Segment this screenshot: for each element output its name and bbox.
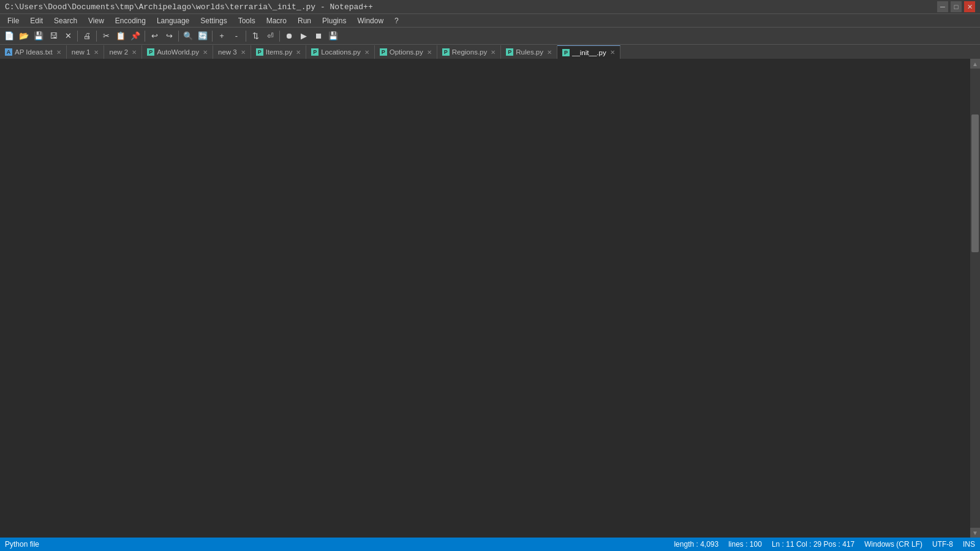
cut-button[interactable]: ✂ (99, 29, 113, 43)
menu-language[interactable]: Language (152, 15, 194, 26)
tab-label-new2: new 2 (109, 48, 128, 56)
toolbar: 📄 📂 💾 🖫 ✕ 🖨 ✂ 📋 📌 ↩ ↪ 🔍 🔄 + - ⇅ ⏎ ⏺ ▶ ⏹ … (0, 27, 980, 44)
title-bar-controls: ─ □ ✕ (937, 1, 975, 12)
menu-bar: File Edit Search View Encoding Language … (0, 13, 980, 27)
menu-file[interactable]: File (2, 15, 24, 26)
tab-label-locations: Locations.py (321, 48, 361, 56)
print-button[interactable]: 🖨 (80, 29, 94, 43)
tab-close-init[interactable]: ✕ (610, 49, 615, 56)
menu-window[interactable]: Window (352, 15, 388, 26)
word-wrap-button[interactable]: ⏎ (263, 29, 277, 43)
menu-view[interactable]: View (83, 15, 109, 26)
menu-search[interactable]: Search (49, 15, 82, 26)
tab-icon-init: P (562, 49, 570, 56)
tab-new3[interactable]: new 3 ✕ (213, 45, 251, 59)
tab-close-autoworld[interactable]: ✕ (203, 49, 208, 56)
scroll-thumb[interactable] (971, 114, 979, 252)
tab-label-new3: new 3 (218, 48, 237, 56)
minimize-button[interactable]: ─ (937, 1, 948, 12)
menu-edit[interactable]: Edit (25, 15, 48, 26)
tab-items[interactable]: P Items.py ✕ (251, 45, 306, 59)
scroll-track[interactable] (970, 69, 980, 528)
tab-options[interactable]: P Options.py ✕ (375, 45, 437, 59)
close-button2[interactable]: ✕ (61, 29, 75, 43)
tab-rules[interactable]: P Rules.py ✕ (501, 45, 557, 59)
tab-new2[interactable]: new 2 ✕ (104, 45, 142, 59)
tab-autoworld[interactable]: P AutoWorld.py ✕ (142, 45, 213, 59)
maximize-button[interactable]: □ (951, 1, 962, 12)
tab-locations[interactable]: P Locations.py ✕ (306, 45, 375, 59)
tab-icon-regions: P (442, 48, 450, 56)
tab-label-items: Items.py (266, 48, 292, 56)
status-encoding: UTF-8 (932, 540, 953, 549)
menu-settings[interactable]: Settings (195, 15, 232, 26)
status-mode: INS (963, 540, 975, 549)
tab-label-options: Options.py (390, 48, 423, 56)
copy-button[interactable]: 📋 (114, 29, 127, 43)
tab-new1[interactable]: new 1 ✕ (67, 45, 105, 59)
menu-encoding[interactable]: Encoding (110, 15, 151, 26)
tab-ap-ideas[interactable]: A AP Ideas.txt ✕ (0, 45, 67, 59)
tab-icon-ap-ideas: A (5, 48, 12, 56)
tab-icon-rules: P (506, 48, 513, 56)
tab-icon-items: P (256, 48, 263, 56)
macro-stop-button[interactable]: ⏹ (312, 29, 325, 43)
find-button[interactable]: 🔍 (181, 29, 195, 43)
replace-button[interactable]: 🔄 (196, 29, 209, 43)
scroll-up-button[interactable]: ▲ (970, 59, 980, 69)
toolbar-sep-6 (246, 31, 246, 42)
save-button[interactable]: 💾 (32, 29, 45, 43)
toolbar-sep-4 (178, 31, 179, 42)
save-all-button[interactable]: 🖫 (47, 29, 60, 43)
zoom-out-button[interactable]: - (230, 29, 243, 43)
tab-regions[interactable]: P Regions.py ✕ (437, 45, 502, 59)
line-numbers (0, 59, 22, 538)
tab-close-locations[interactable]: ✕ (364, 49, 369, 56)
tab-close-new1[interactable]: ✕ (94, 49, 99, 56)
tab-label-ap-ideas: AP Ideas.txt (15, 48, 53, 56)
toolbar-sep-7 (279, 31, 280, 42)
tab-close-options[interactable]: ✕ (427, 49, 432, 56)
zoom-in-button[interactable]: + (215, 29, 228, 43)
title-bar: C:\Users\Dood\Documents\tmp\Archipelago\… (0, 0, 980, 13)
scrollbar[interactable]: ▲ ▼ (970, 59, 980, 538)
paste-button[interactable]: 📌 (129, 29, 142, 43)
tab-init[interactable]: P __init__.py ✕ (557, 45, 620, 59)
editor-container: ▲ ▼ (0, 59, 980, 538)
code-area[interactable] (29, 59, 970, 538)
tab-close-new3[interactable]: ✕ (241, 49, 246, 56)
tab-label-regions: Regions.py (452, 48, 488, 56)
title-text: C:\Users\Dood\Documents\tmp\Archipelago\… (5, 2, 373, 12)
macro-save-button[interactable]: 💾 (326, 29, 340, 43)
tab-close-ap-ideas[interactable]: ✕ (56, 49, 61, 56)
tab-label-autoworld: AutoWorld.py (157, 48, 199, 56)
menu-plugins[interactable]: Plugins (317, 15, 351, 26)
tab-close-regions[interactable]: ✕ (491, 49, 496, 56)
status-line-ending: Windows (CR LF) (864, 540, 922, 549)
macro-play-button[interactable]: ▶ (297, 29, 311, 43)
toolbar-sep-2 (96, 31, 97, 42)
tab-icon-options: P (380, 48, 387, 56)
tab-close-new2[interactable]: ✕ (132, 49, 137, 56)
tab-label-init: __init__.py (572, 49, 606, 56)
status-lines: lines : 100 (728, 540, 762, 549)
tab-icon-locations: P (311, 48, 318, 56)
redo-button[interactable]: ↪ (162, 29, 176, 43)
undo-button[interactable]: ↩ (148, 29, 161, 43)
status-left: Python file (5, 540, 39, 549)
menu-macro[interactable]: Macro (262, 15, 292, 26)
menu-tools[interactable]: Tools (233, 15, 260, 26)
tab-close-rules[interactable]: ✕ (547, 49, 552, 56)
status-file-type: Python file (5, 540, 39, 549)
tab-close-items[interactable]: ✕ (296, 49, 301, 56)
tab-label-rules: Rules.py (516, 48, 543, 56)
menu-help[interactable]: ? (390, 15, 404, 26)
scroll-down-button[interactable]: ▼ (970, 528, 980, 538)
sync-scroll-button[interactable]: ⇅ (249, 29, 262, 43)
new-button[interactable]: 📄 (2, 29, 16, 43)
macro-rec-button[interactable]: ⏺ (282, 29, 296, 43)
open-button[interactable]: 📂 (17, 29, 31, 43)
tab-icon-autoworld: P (147, 48, 154, 56)
close-button[interactable]: ✕ (964, 1, 975, 12)
menu-run[interactable]: Run (293, 15, 316, 26)
